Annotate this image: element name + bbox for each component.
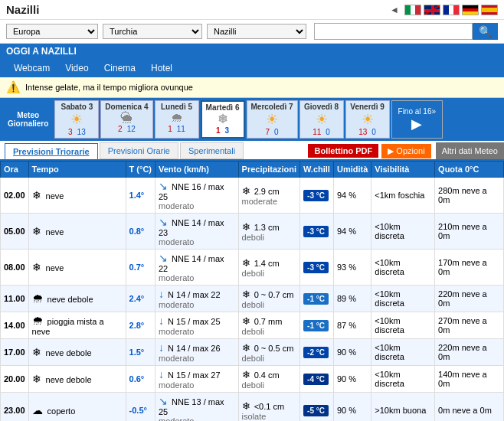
- cell-ora: 02.00: [1, 178, 29, 214]
- cell-precip: ❄ 0.7 mm deboli: [238, 312, 300, 339]
- region-select[interactable]: Europa: [6, 24, 98, 39]
- flag-fr[interactable]: [443, 5, 460, 15]
- flag-it[interactable]: [404, 5, 421, 15]
- btn-pdf[interactable]: Bollettino PDF: [308, 144, 378, 158]
- day-item-2[interactable]: Lunedì 5 🌧 111: [155, 100, 199, 139]
- cell-quota: 210m neve a 0m: [435, 214, 504, 250]
- cell-quota: 170m neve a 0m: [435, 250, 504, 286]
- day-item-4[interactable]: Mercoledì 7 ☀ 70: [247, 100, 298, 139]
- table-row: 11.00 🌨 neve debole 2.4° ↓ N 14 / max 22…: [1, 286, 504, 312]
- cell-visib: <10km discreta: [371, 312, 435, 339]
- sub-nav-webcam[interactable]: Webcam: [6, 59, 57, 77]
- cell-ora: 14.00: [1, 312, 29, 339]
- col-temp: T (°C): [126, 162, 155, 178]
- country-select[interactable]: Turchia: [103, 24, 202, 39]
- sub-nav-hotel[interactable]: Hotel: [143, 59, 180, 77]
- table-row: 14.00 🌨 pioggia mista a neve 2.8° ↓ N 15…: [1, 312, 504, 339]
- cell-temp: 1.5°: [126, 339, 155, 366]
- col-umid: Umidità: [333, 162, 371, 178]
- cell-visib: <10km discreta: [371, 286, 435, 312]
- cell-precip: ❄ 2.9 cm moderate: [238, 178, 300, 214]
- cell-wchill: -3 °C: [300, 250, 334, 286]
- tab-sperimentali[interactable]: Sperimentali: [180, 142, 244, 159]
- cell-vento: ↘ NNE 14 / max 23 moderato: [155, 214, 239, 250]
- day-selector: MeteoGiornaliero Sabato 3 ☀ 313 Domenica…: [0, 98, 504, 141]
- flag-group: ◄: [390, 5, 498, 15]
- cell-temp: 0.7°: [126, 250, 155, 286]
- cell-umid: 94 %: [333, 178, 371, 214]
- tab-orarie[interactable]: Previsioni Orarie: [100, 142, 178, 159]
- cell-umid: 89 %: [333, 286, 371, 312]
- day-item-6[interactable]: Venerdì 9 ☀ 130: [345, 100, 390, 139]
- cell-quota: 280m neve a 0m: [435, 178, 504, 214]
- cell-precip: ❄ 1.4 cm deboli: [238, 250, 300, 286]
- flag-es[interactable]: [481, 5, 498, 15]
- cell-temp: 2.4°: [126, 286, 155, 312]
- alert-bar: ⚠️ Intense gelate, ma il tempo migliora …: [0, 77, 504, 98]
- cell-umid: 94 %: [333, 214, 371, 250]
- weather-table: Ora Tempo T (°C) Vento (km/h) Precipitaz…: [0, 161, 504, 421]
- cell-quota: 220m neve a 0m: [435, 286, 504, 312]
- cell-visib: <10km discreta: [371, 214, 435, 250]
- day-selector-label: MeteoGiornaliero: [3, 100, 53, 139]
- tab-triorarie[interactable]: Previsioni Triorarie: [5, 143, 98, 159]
- sub-nav-video[interactable]: Video: [57, 59, 96, 77]
- cell-tempo: ☁ coperto: [28, 393, 126, 422]
- cell-quota: 270m neve a 0m: [435, 312, 504, 339]
- tabs-row: Previsioni Triorarie Previsioni Orarie S…: [0, 141, 504, 161]
- flag-de[interactable]: [462, 5, 479, 15]
- cell-vento: ↘ NNE 16 / max 25 moderato: [155, 178, 239, 214]
- day-item-3-active[interactable]: Martedì 6 ❄ 13: [201, 100, 245, 139]
- cell-tempo: ❄ neve: [28, 250, 126, 286]
- cell-vento: ↓ N 15 / max 25 moderato: [155, 312, 239, 339]
- cell-temp: 1.4°: [126, 178, 155, 214]
- cell-quota: 140m neve a 0m: [435, 366, 504, 393]
- cell-precip: ❄ 0.4 cm deboli: [238, 366, 300, 393]
- cell-visib: <10km discreta: [371, 250, 435, 286]
- cell-visib: <10km discreta: [371, 366, 435, 393]
- col-wchill: W.chill: [300, 162, 334, 178]
- col-ora: Ora: [1, 162, 29, 178]
- cell-precip: ❄ 0 ~ 0.5 cm deboli: [238, 339, 300, 366]
- cell-ora: 05.00: [1, 214, 29, 250]
- back-arrow: ◄: [390, 5, 399, 15]
- cell-tempo: 🌨 pioggia mista a neve: [28, 312, 126, 339]
- flag-gb[interactable]: [424, 5, 440, 15]
- search-button[interactable]: 🔍: [473, 23, 498, 40]
- cell-wchill: -1 °C: [300, 286, 334, 312]
- btn-opzioni[interactable]: ▶ Opzioni: [381, 144, 430, 158]
- sub-nav-cinema[interactable]: Cinema: [97, 59, 143, 77]
- cell-temp: 0.6°: [126, 366, 155, 393]
- cell-vento: ↘ NNE 13 / max 25 moderato: [155, 393, 239, 422]
- cell-precip: ❄ 0 ~ 0.7 cm deboli: [238, 286, 300, 312]
- today-banner: OGGI A NAZILLI: [0, 44, 504, 59]
- nav-row: Europa Turchia Nazilli 🔍: [0, 20, 504, 44]
- table-row: 17.00 ❄ neve debole 1.5° ↓ N 14 / max 26…: [1, 339, 504, 366]
- cell-umid: 90 %: [333, 393, 371, 422]
- cell-tempo: ❄ neve debole: [28, 339, 126, 366]
- cell-visib: <10km discreta: [371, 339, 435, 366]
- table-row: 23.00 ☁ coperto -0.5° ↘ NNE 13 / max 25 …: [1, 393, 504, 422]
- col-quota: Quota 0°C: [435, 162, 504, 178]
- cell-tempo: 🌨 neve debole: [28, 286, 126, 312]
- search-input[interactable]: [314, 23, 473, 40]
- btn-altri-dati[interactable]: Altri dati Meteo: [436, 142, 504, 159]
- table-row: 02.00 ❄ neve 1.4° ↘ NNE 16 / max 25 mode…: [1, 178, 504, 214]
- day-item-1[interactable]: Domenica 4 🌦 212: [100, 100, 152, 139]
- day-item-5[interactable]: Giovedì 8 ☀ 110: [299, 100, 344, 139]
- city-select[interactable]: Nazilli: [207, 24, 306, 39]
- table-row: 05.00 ❄ neve 0.8° ↘ NNE 14 / max 23 mode…: [1, 214, 504, 250]
- cell-quota: 220m neve a 0m: [435, 339, 504, 366]
- cell-wchill: -4 °C: [300, 366, 334, 393]
- cell-umid: 90 %: [333, 339, 371, 366]
- cell-umid: 87 %: [333, 312, 371, 339]
- cell-visib: <1km foschia: [371, 178, 435, 214]
- cell-precip: ❄ <0.1 cm isolate: [238, 393, 300, 422]
- day-next[interactable]: Fino al 16» ▶: [391, 100, 443, 139]
- day-item-0[interactable]: Sabato 3 ☀ 313: [54, 100, 99, 139]
- cell-temp: 2.8°: [126, 312, 155, 339]
- search-box: 🔍: [314, 23, 498, 40]
- cell-vento: ↓ N 14 / max 22 moderato: [155, 286, 239, 312]
- cell-vento: ↘ NNE 14 / max 22 moderato: [155, 250, 239, 286]
- cell-precip: ❄ 1.3 cm deboli: [238, 214, 300, 250]
